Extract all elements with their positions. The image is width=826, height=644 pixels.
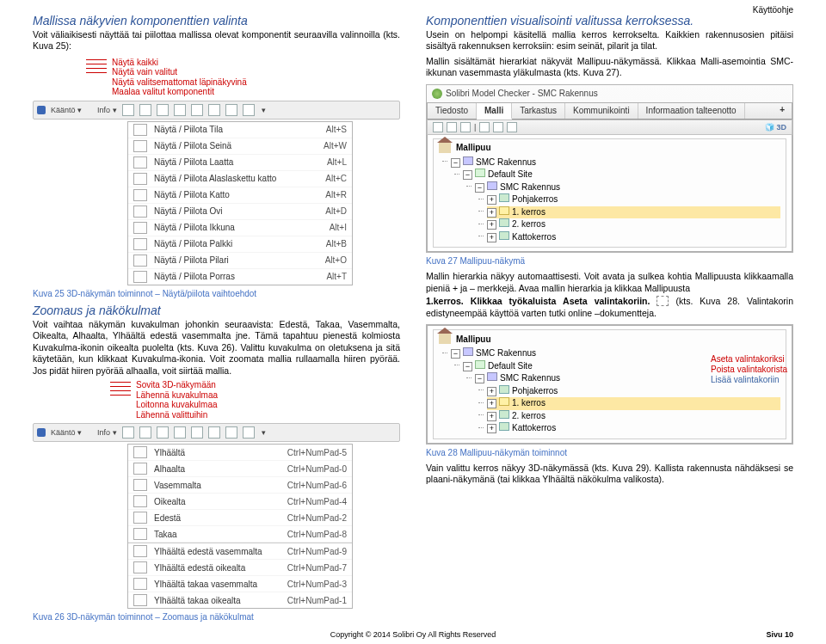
toolbar-icon[interactable] bbox=[225, 104, 237, 116]
header-docpart: Käyttöohje bbox=[753, 5, 793, 15]
menu-item[interactable]: OikealtaCtrl+NumPad-4 bbox=[128, 494, 352, 510]
tree-item[interactable]: +Kattokerros bbox=[487, 422, 780, 435]
toolbar-icon[interactable] bbox=[139, 104, 151, 116]
tab-comm[interactable]: Kommunikointi bbox=[565, 103, 638, 119]
callout-lines-icon bbox=[110, 382, 131, 399]
mini-icon[interactable] bbox=[460, 122, 471, 132]
app-icon bbox=[432, 89, 442, 99]
toolbar-icon[interactable] bbox=[157, 104, 169, 116]
para-only-selected: Vain valittu kerros näkyy 3D-näkymässä (… bbox=[426, 463, 793, 486]
menu-item[interactable]: Näytä / Piilota PalkkiAlt+B bbox=[128, 236, 352, 253]
tree-item[interactable]: +2. kerros bbox=[487, 218, 780, 231]
menu-item[interactable]: Näytä / Piilota PilariAlt+O bbox=[128, 253, 352, 269]
mini-icon[interactable] bbox=[479, 122, 490, 132]
tab-check[interactable]: Tarkastus bbox=[512, 103, 565, 119]
menu-item[interactable]: YlhäältäCtrl+NumPad-5 bbox=[128, 445, 352, 461]
menu-item[interactable]: Ylhäältä edestä vasemmaltaCtrl+NumPad-9 bbox=[128, 543, 352, 560]
toolbar-icon[interactable] bbox=[174, 426, 186, 439]
toolbar-icon[interactable] bbox=[191, 426, 203, 439]
building-icon bbox=[487, 181, 497, 190]
camera-icon bbox=[37, 106, 46, 114]
toolbar-icon[interactable] bbox=[174, 104, 186, 116]
mini-icon[interactable] bbox=[493, 122, 503, 132]
callout-lines-icon bbox=[86, 59, 107, 77]
toolbar-icon[interactable] bbox=[225, 426, 237, 439]
menu-item[interactable]: Ylhäältä takaa vasemmaltaCtrl+NumPad-3 bbox=[128, 576, 352, 592]
toolbar-icon[interactable] bbox=[243, 104, 255, 116]
menu-show-hide: Näytä / Piilota TilaAlt+S Näytä / Piilot… bbox=[127, 121, 353, 285]
menu-item[interactable]: Näytä / Piilota PorrasAlt+T bbox=[128, 269, 352, 285]
heading-components-select: Mallissa näkyvien komponenttien valinta bbox=[33, 14, 400, 28]
toolbar-kaanto[interactable]: Kääntö ▾ bbox=[51, 428, 82, 437]
tree-item[interactable]: −Default Site −SMC Rakennus +Pohjakerros… bbox=[463, 169, 780, 243]
ikkuna-icon bbox=[133, 222, 147, 234]
view-icon bbox=[133, 512, 147, 524]
menu-item[interactable]: Ylhäältä takaa oikealtaCtrl+NumPad-1 bbox=[128, 592, 352, 608]
para-hierarchy: Mallin hierarkia näkyy automaattisesti. … bbox=[426, 271, 793, 294]
tree-item-selected[interactable]: +1. kerros bbox=[487, 397, 780, 410]
toolbar-icon[interactable] bbox=[122, 104, 134, 116]
menu-item[interactable]: Näytä / Piilota LaattaAlt+L bbox=[128, 155, 352, 171]
menu-item[interactable]: Näytä / Piilota TilaAlt+S bbox=[128, 122, 352, 138]
view-icon bbox=[133, 578, 147, 590]
menu-item[interactable]: AlhaaltaCtrl+NumPad-0 bbox=[128, 461, 352, 477]
view-icon bbox=[133, 528, 147, 540]
toolbar-info[interactable]: Info ▾ bbox=[97, 106, 117, 114]
caption-fig28: Kuva 28 Mallipuu-näkymän toiminnot bbox=[426, 448, 793, 457]
toolbar-kaanto[interactable]: Kääntö ▾ bbox=[51, 106, 82, 114]
tab-file[interactable]: Tiedosto bbox=[428, 103, 477, 119]
toolbar-icon[interactable] bbox=[122, 426, 134, 439]
menu-item[interactable]: TakaaCtrl+NumPad-8 bbox=[128, 526, 352, 543]
menu-item[interactable]: Näytä / Piilota KattoAlt+R bbox=[128, 187, 352, 204]
page-number: Sivu 10 bbox=[766, 630, 793, 639]
toolbar-icon[interactable] bbox=[139, 426, 151, 439]
para-visualize-2: Mallin sisältämät hierarkiat näkyvät Mal… bbox=[426, 56, 793, 79]
tree-item[interactable]: +Pohjakerros bbox=[487, 193, 780, 206]
menu-item[interactable]: Ylhäältä edestä oikealtaCtrl+NumPad-7 bbox=[128, 560, 352, 576]
toolbar-info[interactable]: Info ▾ bbox=[97, 428, 117, 437]
toolbar-icon[interactable] bbox=[191, 104, 203, 116]
tree-item[interactable]: +Pohjakerros bbox=[487, 385, 780, 398]
menu-viewpoints: YlhäältäCtrl+NumPad-5 AlhaaltaCtrl+NumPa… bbox=[127, 444, 353, 609]
selection-basket-icon bbox=[656, 296, 669, 306]
tree-item[interactable]: −SMC Rakennus +Pohjakerros +1. kerros +2… bbox=[475, 181, 780, 244]
mini-icon[interactable] bbox=[447, 122, 457, 132]
porras-icon bbox=[133, 271, 147, 283]
building-icon bbox=[487, 372, 497, 381]
tree-item[interactable]: −SMC Rakennus −Default Site −SMC Rakennu… bbox=[451, 156, 780, 244]
tab-info[interactable]: Informaation talteenotto bbox=[638, 103, 745, 119]
tab-model[interactable]: Malli bbox=[477, 103, 512, 120]
callout-show-options: Näytä kaikki Näytä vain valitut Näytä va… bbox=[112, 58, 247, 97]
mini-icon[interactable] bbox=[433, 122, 443, 132]
tree-item[interactable]: +2. kerros bbox=[487, 410, 780, 423]
menu-item[interactable]: VasemmaltaCtrl+NumPad-6 bbox=[128, 477, 352, 494]
katto-icon bbox=[133, 189, 147, 201]
context-callout: Aseta valintakoriksi Poista valintakoris… bbox=[711, 354, 787, 385]
floor-icon bbox=[499, 397, 509, 406]
tree-item[interactable]: +Kattokerros bbox=[487, 231, 780, 244]
camera-icon bbox=[37, 428, 46, 437]
mallipuu-pane: Mallipuu −SMC Rakennus −Default Site bbox=[427, 135, 792, 253]
mini-icon[interactable] bbox=[507, 122, 517, 132]
toolbar-icon[interactable] bbox=[157, 426, 169, 439]
toolbar-icon[interactable] bbox=[243, 426, 255, 439]
view-icon bbox=[133, 463, 147, 475]
menu-item[interactable]: Näytä / Piilota IkkunaAlt+I bbox=[128, 220, 352, 236]
tab-add[interactable]: + bbox=[773, 103, 792, 119]
heading-visualize: Komponenttien visualisointi valitussa ke… bbox=[426, 14, 793, 28]
tree-item-selected[interactable]: +1. kerros bbox=[487, 206, 780, 219]
floor-icon bbox=[499, 218, 509, 227]
building-icon bbox=[463, 156, 473, 165]
mini-toolbar: | 🧊 3D bbox=[427, 120, 792, 135]
para-visualize-1: Usein on helpompi käsitellä mallia kerro… bbox=[426, 29, 793, 52]
toolbar-icon[interactable] bbox=[208, 426, 220, 439]
toolbar-icon[interactable] bbox=[208, 104, 220, 116]
menu-item[interactable]: Näytä / Piilota Alaslaskettu kattoAlt+C bbox=[128, 171, 352, 187]
menu-item[interactable]: Näytä / Piilota SeinäAlt+W bbox=[128, 138, 352, 155]
seina-icon bbox=[133, 140, 147, 152]
para-components-select: Voit väliaikisesti näyttää tai piilottaa… bbox=[33, 29, 400, 52]
menu-item[interactable]: Näytä / Piilota OviAlt+D bbox=[128, 204, 352, 220]
window-title: Solibri Model Checker - SMC Rakennus bbox=[446, 89, 598, 98]
menu-item[interactable]: EdestäCtrl+NumPad-2 bbox=[128, 510, 352, 526]
laatta-icon bbox=[133, 156, 147, 169]
